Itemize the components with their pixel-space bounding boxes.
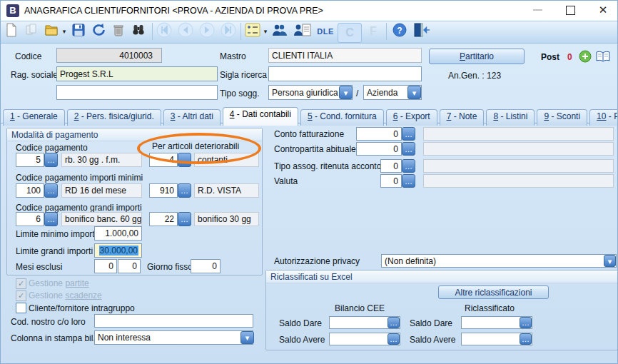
- azienda-dropdown-button[interactable]: ▾: [407, 86, 421, 99]
- conto-fatturazione-lookup[interactable]: …: [402, 127, 415, 141]
- deteriorabili-field[interactable]: 4: [149, 153, 178, 167]
- privacy-dropdown-button[interactable]: ▾: [604, 255, 616, 267]
- clienti-toggle-button[interactable]: C: [338, 23, 362, 43]
- chevron-down-icon: ▾: [264, 28, 268, 35]
- ellipsis-icon: …: [181, 215, 188, 223]
- colonna-stampa-dropdown-button[interactable]: ▾: [240, 331, 254, 344]
- contropartita-field[interactable]: 0: [356, 142, 402, 156]
- saldo-avere-ricl-lookup[interactable]: …: [520, 333, 532, 345]
- grandi-importi-field[interactable]: 6: [16, 212, 44, 226]
- help-button[interactable]: ?: [392, 24, 407, 39]
- exit-button[interactable]: [412, 24, 430, 39]
- find-button[interactable]: [131, 24, 146, 39]
- giorno-fisso-field[interactable]: 0: [191, 259, 221, 273]
- tab-provvig[interactable]: 10 - Provvig.: [589, 109, 618, 126]
- limite-grandi-field[interactable]: 30.000,00: [94, 243, 142, 258]
- new-record-button[interactable]: [4, 24, 19, 39]
- tab-altri-dati[interactable]: 3 - Altri dati: [163, 109, 221, 126]
- mesi-esclusi-field-2[interactable]: 0: [118, 259, 141, 273]
- tipo-assog-field[interactable]: 0: [380, 159, 402, 173]
- open-dropdown[interactable]: ▾: [61, 24, 68, 39]
- intragruppo-checkbox[interactable]: [16, 303, 26, 313]
- chevron-down-icon: ▾: [412, 89, 417, 97]
- delete-button[interactable]: [111, 24, 126, 39]
- contacts-button[interactable]: [272, 24, 288, 39]
- add-post-button[interactable]: [579, 50, 592, 66]
- tab-sconti[interactable]: 9 - Sconti: [537, 109, 587, 126]
- altre-riclassificazioni-button[interactable]: Altre riclassificazioni: [438, 285, 549, 299]
- ellipsis-icon: …: [522, 318, 530, 327]
- importi-minimi2-field[interactable]: 910: [149, 183, 178, 198]
- save-button[interactable]: [71, 24, 86, 39]
- folder-icon: [44, 23, 59, 40]
- tab-generale[interactable]: 1 - Generale: [3, 109, 65, 126]
- importi-minimi-lookup[interactable]: …: [44, 183, 58, 198]
- codice-pagamento-field[interactable]: 5: [16, 153, 44, 167]
- deteriorabili-lookup[interactable]: …: [178, 153, 191, 167]
- ellipsis-icon: …: [181, 186, 188, 195]
- checklist-button[interactable]: [245, 24, 260, 39]
- tab-cond-fornitura[interactable]: 5 - Cond. fornitura: [300, 109, 384, 126]
- close-button[interactable]: ✕: [591, 4, 615, 22]
- grandi-importi-desc: bonifico banc. 60 gg: [61, 212, 142, 226]
- codice-pagamento-lookup[interactable]: …: [44, 153, 58, 167]
- importi-minimi-field[interactable]: 100: [16, 183, 44, 198]
- saldo-dare-cee-lookup[interactable]: …: [387, 317, 400, 328]
- tab-note[interactable]: 7 - Note: [440, 109, 485, 126]
- deteriorabili-desc: contanti: [194, 153, 259, 167]
- gestione-partite-checkbox[interactable]: ✓: [16, 278, 26, 289]
- contropartita-lookup[interactable]: …: [402, 142, 415, 156]
- copy-button[interactable]: [24, 24, 39, 39]
- codice-label: Codice: [15, 51, 41, 61]
- saldo-dare-ricl-lookup[interactable]: …: [520, 317, 532, 328]
- chevron-down-icon: ▾: [608, 257, 612, 266]
- tab-pers-fisica[interactable]: 2 - Pers. fisica/giurid.: [67, 109, 161, 126]
- tab-listini[interactable]: 8 - Listini: [486, 109, 535, 126]
- codice-pagamento-label: Codice pagamento: [16, 143, 88, 153]
- grandi-importi2-field[interactable]: 22: [149, 212, 178, 226]
- nav-prev-button[interactable]: [178, 24, 193, 39]
- tipo-sogg-dropdown-button[interactable]: ▾: [339, 86, 353, 99]
- tab-export[interactable]: 6 - Export: [386, 109, 437, 126]
- undo-button[interactable]: [91, 24, 106, 39]
- fornitori-toggle-button[interactable]: F: [365, 24, 382, 39]
- valuta-lookup[interactable]: …: [402, 174, 415, 188]
- open-button[interactable]: [44, 24, 59, 39]
- mesi-esclusi-field-1[interactable]: 0: [94, 259, 117, 273]
- cod-nostro-label: Cod. nostro c/o loro: [11, 317, 86, 327]
- colonna-stampa-select[interactable]: Non interessa: [94, 330, 253, 345]
- codice-field[interactable]: 4010003: [56, 48, 162, 63]
- mastro-field[interactable]: CLIENTI ITALIA: [268, 48, 422, 63]
- saldo-avere-cee-lookup[interactable]: …: [387, 333, 400, 345]
- nav-next-button[interactable]: [199, 24, 215, 39]
- undo-icon: [91, 23, 106, 40]
- grandi-importi2-lookup[interactable]: …: [178, 212, 191, 226]
- tab-dati-contabili[interactable]: 4 - Dati contabili: [223, 107, 298, 126]
- privacy-select[interactable]: (Non definita): [381, 254, 617, 268]
- checklist-dropdown[interactable]: ▾: [262, 24, 269, 39]
- conto-fatturazione-field[interactable]: 0: [356, 127, 402, 141]
- minimize-icon: [533, 9, 542, 11]
- importi-minimi2-lookup[interactable]: …: [178, 183, 191, 198]
- nav-last-button[interactable]: [221, 24, 236, 39]
- app-window: B ANAGRAFICA CLIENTI/FORNITORI <PROVA - …: [0, 0, 618, 364]
- fornitori-toggle-label: F: [370, 25, 377, 38]
- dle-button[interactable]: DLE: [315, 24, 336, 39]
- open-ledger-button[interactable]: [595, 51, 611, 65]
- rag-sociale2-field[interactable]: [56, 85, 218, 100]
- limite-minimo-field[interactable]: 1.000,00: [94, 226, 142, 241]
- partitario-button[interactable]: Partitario: [429, 49, 525, 64]
- sigla-ricerca-field[interactable]: [268, 66, 422, 81]
- gestione-scadenze-checkbox[interactable]: ✓: [16, 290, 26, 301]
- nav-first-button[interactable]: [156, 24, 172, 39]
- rag-sociale-field[interactable]: Progest S.R.L: [56, 66, 218, 81]
- book-icon: [595, 52, 611, 64]
- tipo-assog-lookup[interactable]: …: [402, 159, 415, 173]
- toolbar-separator: [152, 23, 153, 40]
- new-document-icon: [4, 23, 19, 40]
- grandi-importi-lookup[interactable]: …: [44, 212, 58, 226]
- customer-sheet-button[interactable]: [293, 24, 312, 39]
- clienti-toggle-label: C: [345, 26, 354, 39]
- cod-nostro-field[interactable]: [94, 314, 253, 328]
- valuta-field[interactable]: 0: [380, 174, 402, 188]
